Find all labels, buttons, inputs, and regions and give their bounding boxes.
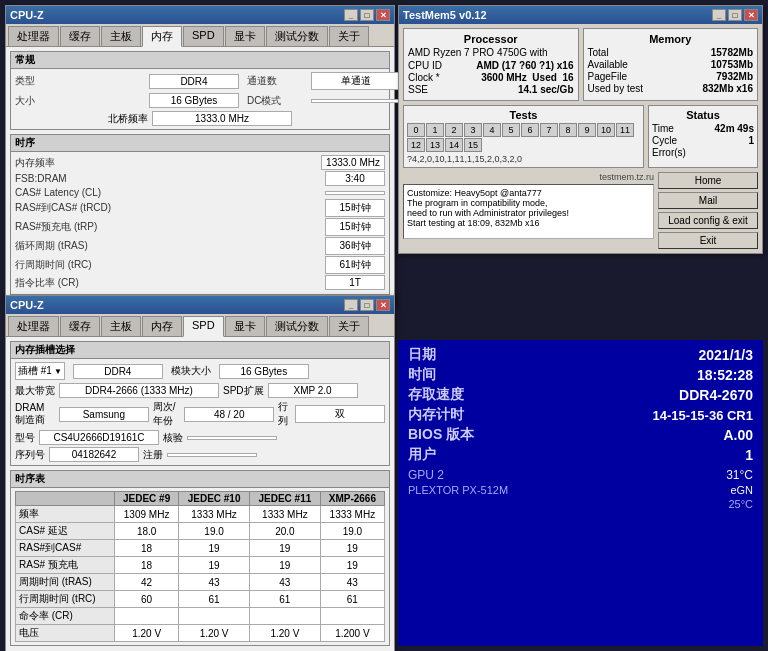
- tm-maximize-button[interactable]: □: [728, 9, 742, 21]
- test-cell: 2: [445, 123, 463, 137]
- used-by-test-row: Used by test 832Mb x16: [588, 83, 754, 94]
- sse-label: SSE: [408, 84, 428, 95]
- cycle-label: Cycle: [652, 135, 677, 146]
- tm-main-content: Processor AMD Ryzen 7 PRO 4750G with CPU…: [399, 24, 762, 253]
- table-row: CAS# 延迟18.019.020.019.0: [16, 523, 385, 540]
- timing-table-section: 时序表 JEDEC #9 JEDEC #10 JEDEC #11 XMP-266…: [10, 470, 390, 646]
- test-cell: 8: [559, 123, 577, 137]
- btab-spd[interactable]: SPD: [183, 316, 224, 337]
- timing-display-value: 14-15-15-36 CR1: [653, 408, 753, 423]
- row-label-cell: 周期时间 (tRAS): [16, 574, 115, 591]
- type-label: 类型: [15, 74, 145, 88]
- btab-board[interactable]: 主板: [101, 316, 141, 336]
- max-bw-value: DDR4-2666 (1333 MHz): [59, 383, 219, 398]
- test-cell: 14: [445, 138, 463, 152]
- dc-label: DC模式: [247, 94, 307, 108]
- mail-button[interactable]: Mail: [658, 192, 758, 209]
- btab-processor[interactable]: 处理器: [8, 316, 59, 336]
- btab-bench[interactable]: 测试分数: [266, 316, 328, 336]
- time-label: Time: [652, 123, 674, 134]
- test-cell: 13: [426, 138, 444, 152]
- exit-button[interactable]: Exit: [658, 232, 758, 249]
- row-value-cell: 1.200 V: [320, 625, 384, 642]
- close-button[interactable]: ✕: [376, 9, 390, 21]
- maximize-button[interactable]: □: [360, 9, 374, 21]
- cpuz-top-controls: _ □ ✕: [344, 9, 390, 21]
- btab-cache[interactable]: 缓存: [60, 316, 100, 336]
- home-button[interactable]: Home: [658, 172, 758, 189]
- tab-about[interactable]: 关于: [329, 26, 369, 46]
- clock-label: Clock *: [408, 72, 440, 83]
- row-value-cell: 18.0: [115, 523, 179, 540]
- tab-bar: 处理器 缓存 主板 内存 SPD 显卡 测试分数 关于: [6, 24, 394, 47]
- slot-section-title: 内存插槽选择: [11, 342, 389, 359]
- used-by-test-label: Used by test: [588, 83, 644, 94]
- close-button-2[interactable]: ✕: [376, 299, 390, 311]
- bios-label: BIOS 版本: [408, 426, 474, 444]
- col-jedec9: JEDEC #9: [115, 492, 179, 506]
- row-value-cell: 18: [115, 557, 179, 574]
- row-value-cell: 19: [249, 540, 320, 557]
- info-panel: 日期 2021/1/3 时间 18:52:28 存取速度 DDR4-2670 内…: [398, 340, 763, 646]
- tm-close-button[interactable]: ✕: [744, 9, 758, 21]
- rc-label: 行周期时间 (tRC): [15, 258, 185, 272]
- rp-value: 15时钟: [325, 218, 385, 236]
- btab-gpu[interactable]: 显卡: [225, 316, 265, 336]
- dropdown-arrow-icon: ▼: [54, 367, 62, 376]
- dc-value: [311, 99, 401, 103]
- site-label: testmem.tz.ru: [403, 172, 654, 182]
- row-value-cell: 1.20 V: [115, 625, 179, 642]
- timing-table-title: 时序表: [11, 471, 389, 488]
- tab-processor[interactable]: 处理器: [8, 26, 59, 46]
- test-cell: 0: [407, 123, 425, 137]
- row-label-cell: RAS#到CAS#: [16, 540, 115, 557]
- cpuz-bottom-controls: _ □ ✕: [344, 299, 390, 311]
- timing-section-title: 时序: [11, 135, 389, 152]
- row-value-cell: 61: [179, 591, 250, 608]
- test-cell: 11: [616, 123, 634, 137]
- tm-memory-section: Memory Total 15782Mb Available 10753Mb P…: [583, 28, 759, 101]
- load-config-button[interactable]: Load config & exit: [658, 212, 758, 229]
- verify-label: 核验: [163, 431, 183, 445]
- spd-ext-value: XMP 2.0: [268, 383, 358, 398]
- maximize-button-2[interactable]: □: [360, 299, 374, 311]
- col-jedec11: JEDEC #11: [249, 492, 320, 506]
- cpu-id-row: CPU ID AMD (17 ?60 ?1) x16: [408, 60, 574, 71]
- timing-display-row: 内存计时 14-15-15-36 CR1: [408, 406, 753, 424]
- test-cell: 6: [521, 123, 539, 137]
- available-row: Available 10753Mb: [588, 59, 754, 70]
- cpuz-top-titlebar: CPU-Z _ □ ✕: [6, 6, 394, 24]
- minimize-button-2[interactable]: _: [344, 299, 358, 311]
- cpuz-bottom-titlebar: CPU-Z _ □ ✕: [6, 296, 394, 314]
- row-value-cell: 19.0: [320, 523, 384, 540]
- cpuz-bottom-window: CPU-Z _ □ ✕ 处理器 缓存 主板 内存 SPD 显卡 测试分数 关于 …: [5, 295, 395, 651]
- available-value: 10753Mb: [711, 59, 753, 70]
- row-value-cell: 60: [115, 591, 179, 608]
- common-section-title: 常规: [11, 52, 389, 69]
- processor-title: Processor: [408, 33, 574, 45]
- reg-value: [167, 453, 257, 457]
- cpuz-top-title: CPU-Z: [10, 9, 44, 21]
- tab-bench[interactable]: 测试分数: [266, 26, 328, 46]
- row-label-cell: 命令率 (CR): [16, 608, 115, 625]
- tab-memory[interactable]: 内存: [142, 26, 182, 47]
- module-size-label: 模块大小: [171, 364, 211, 378]
- test-cell: 7: [540, 123, 558, 137]
- minimize-button[interactable]: _: [344, 9, 358, 21]
- tab-cache[interactable]: 缓存: [60, 26, 100, 46]
- speed-row: 存取速度 DDR4-2670: [408, 386, 753, 404]
- tab-board[interactable]: 主板: [101, 26, 141, 46]
- slot-dropdown[interactable]: 插槽 #1 ▼: [15, 362, 65, 380]
- tm-buttons: Home Mail Load config & exit Exit: [658, 172, 758, 249]
- rows-value: 双: [295, 405, 385, 423]
- test-cell: 12: [407, 138, 425, 152]
- tm-minimize-button[interactable]: _: [712, 9, 726, 21]
- pagefile-label: PageFile: [588, 71, 627, 82]
- tab-gpu[interactable]: 显卡: [225, 26, 265, 46]
- time-display-row: 时间 18:52:28: [408, 366, 753, 384]
- btab-about[interactable]: 关于: [329, 316, 369, 336]
- btab-memory[interactable]: 内存: [142, 316, 182, 336]
- row-value-cell: 1333 MHz: [249, 506, 320, 523]
- timing-table: JEDEC #9 JEDEC #10 JEDEC #11 XMP-2666 频率…: [15, 491, 385, 642]
- tab-spd[interactable]: SPD: [183, 26, 224, 46]
